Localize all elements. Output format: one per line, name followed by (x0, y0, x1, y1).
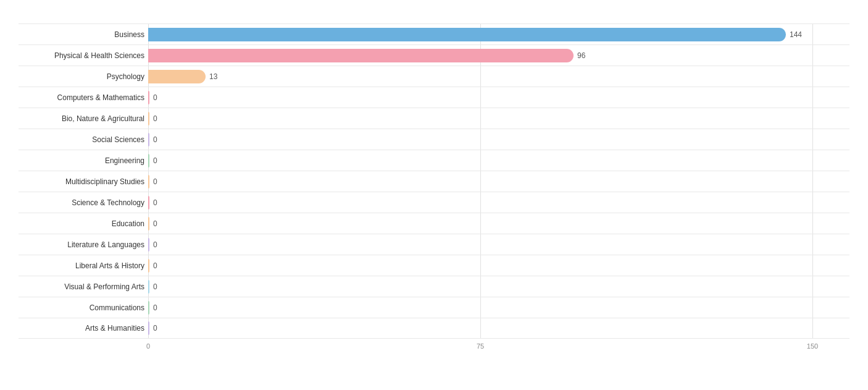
bar-fill (148, 301, 149, 315)
bar-value-label: 0 (153, 240, 157, 249)
bar-container: 0 (148, 321, 849, 335)
bar-row: Business144 (19, 23, 849, 45)
bar-label: Social Sciences (19, 135, 148, 144)
bar-container: 0 (148, 301, 849, 315)
bar-value-label: 0 (153, 156, 157, 165)
bar-label: Visual & Performing Arts (19, 282, 148, 291)
bar-label: Liberal Arts & History (19, 261, 148, 270)
bar-label: Literature & Languages (19, 240, 148, 249)
bar-value-label: 144 (790, 30, 802, 39)
bar-value-label: 0 (153, 135, 157, 144)
bar-container: 0 (148, 280, 849, 294)
x-tick-label: 75 (477, 342, 484, 350)
bar-label: Bio, Nature & Agricultural (19, 114, 148, 123)
bar-container: 0 (148, 91, 849, 104)
bar-row: Physical & Health Sciences96 (19, 45, 849, 66)
bar-row: Liberal Arts & History0 (19, 255, 849, 276)
bar-value-label: 0 (153, 177, 157, 186)
bar-fill (148, 70, 206, 83)
x-tick-label: 0 (146, 342, 150, 350)
bar-row: Literature & Languages0 (19, 234, 849, 255)
bar-row: Education0 (19, 213, 849, 234)
bar-row: Psychology13 (19, 66, 849, 87)
bar-container: 13 (148, 70, 849, 83)
bar-container: 0 (148, 196, 849, 210)
bar-fill (148, 133, 149, 146)
bar-row: Computers & Mathematics0 (19, 87, 849, 108)
bar-value-label: 0 (153, 93, 157, 102)
bar-value-label: 13 (209, 72, 217, 81)
bar-label: Business (19, 30, 148, 39)
bar-fill (148, 49, 574, 62)
bar-row: Social Sciences0 (19, 129, 849, 150)
bar-value-label: 0 (153, 198, 157, 207)
chart-wrapper: Business144Physical & Health Sciences96P… (19, 12, 849, 354)
bar-container: 0 (148, 238, 849, 252)
bar-fill (148, 238, 149, 252)
bar-fill (148, 154, 149, 167)
bar-row: Bio, Nature & Agricultural0 (19, 108, 849, 129)
bar-container: 0 (148, 112, 849, 125)
bar-fill (148, 91, 149, 104)
bar-row: Engineering0 (19, 150, 849, 171)
bar-row: Multidisciplinary Studies0 (19, 171, 849, 192)
bar-fill (148, 28, 786, 41)
bar-fill (148, 175, 149, 189)
bar-label: Education (19, 219, 148, 228)
bar-container: 96 (148, 49, 849, 62)
bar-label: Engineering (19, 156, 148, 165)
bar-label: Communications (19, 303, 148, 312)
bar-label: Computers & Mathematics (19, 93, 148, 102)
bar-fill (148, 196, 149, 210)
bar-label: Psychology (19, 72, 148, 81)
bar-container: 0 (148, 217, 849, 231)
bar-label: Arts & Humanities (19, 324, 148, 333)
x-axis: 075150 (148, 342, 849, 354)
bar-value-label: 0 (153, 303, 157, 312)
bar-container: 144 (148, 28, 849, 41)
bar-label: Science & Technology (19, 198, 148, 207)
bar-fill (148, 217, 149, 231)
bar-fill (148, 259, 149, 273)
bar-value-label: 0 (153, 219, 157, 228)
bar-value-label: 96 (577, 51, 585, 60)
bar-container: 0 (148, 154, 849, 167)
bar-value-label: 0 (153, 282, 157, 291)
bar-label: Physical & Health Sciences (19, 51, 148, 60)
bar-fill (148, 321, 149, 335)
bar-value-label: 0 (153, 324, 157, 333)
chart-inner: Business144Physical & Health Sciences96P… (19, 23, 849, 339)
bar-row: Arts & Humanities0 (19, 318, 849, 339)
x-tick-label: 150 (807, 342, 818, 350)
bar-row: Visual & Performing Arts0 (19, 276, 849, 297)
bar-row: Science & Technology0 (19, 192, 849, 213)
bar-container: 0 (148, 259, 849, 273)
bar-container: 0 (148, 133, 849, 146)
bar-row: Communications0 (19, 297, 849, 318)
bar-value-label: 0 (153, 261, 157, 270)
bar-fill (148, 112, 149, 125)
bar-container: 0 (148, 175, 849, 189)
bar-value-label: 0 (153, 114, 157, 123)
bar-label: Multidisciplinary Studies (19, 177, 148, 186)
bar-fill (148, 280, 149, 294)
